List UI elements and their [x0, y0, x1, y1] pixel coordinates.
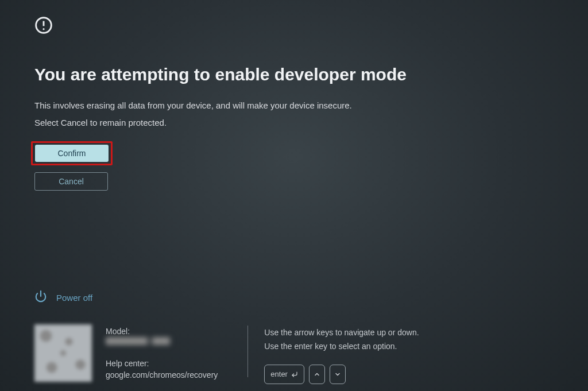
power-icon: [34, 290, 47, 305]
help-center-url: google.com/chromeos/recovery: [106, 369, 218, 381]
power-off-option[interactable]: Power off: [34, 290, 92, 305]
power-off-label: Power off: [56, 293, 92, 303]
enter-key-hint: enter: [264, 365, 304, 384]
enter-icon: [291, 371, 298, 378]
enter-key-label: enter: [270, 367, 288, 381]
alert-icon: [34, 16, 53, 37]
help-center-label: Help center:: [106, 358, 218, 369]
confirm-button[interactable]: Confirm: [35, 145, 109, 162]
instruction-line-2: Use the enter key to select an option.: [264, 339, 419, 353]
chevron-up-icon: [314, 371, 320, 378]
down-key-hint: [330, 365, 346, 384]
svg-point-2: [42, 28, 44, 30]
page-title: You are attempting to enable developer m…: [34, 65, 407, 84]
confirm-highlight: Confirm: [31, 141, 113, 165]
cancel-button[interactable]: Cancel: [34, 172, 108, 191]
instruction-line-1: Use the arrow keys to navigate up or dow…: [264, 326, 419, 339]
model-value: [106, 337, 186, 345]
up-key-hint: [309, 365, 325, 384]
warning-line-2: Select Cancel to remain protected.: [34, 115, 352, 131]
chevron-down-icon: [334, 371, 341, 378]
footer-divider: [247, 326, 248, 377]
model-label: Model:: [106, 327, 218, 336]
warning-line-1: This involves erasing all data from your…: [34, 98, 352, 114]
qr-code: [34, 324, 92, 382]
warning-text: This involves erasing all data from your…: [34, 98, 352, 132]
